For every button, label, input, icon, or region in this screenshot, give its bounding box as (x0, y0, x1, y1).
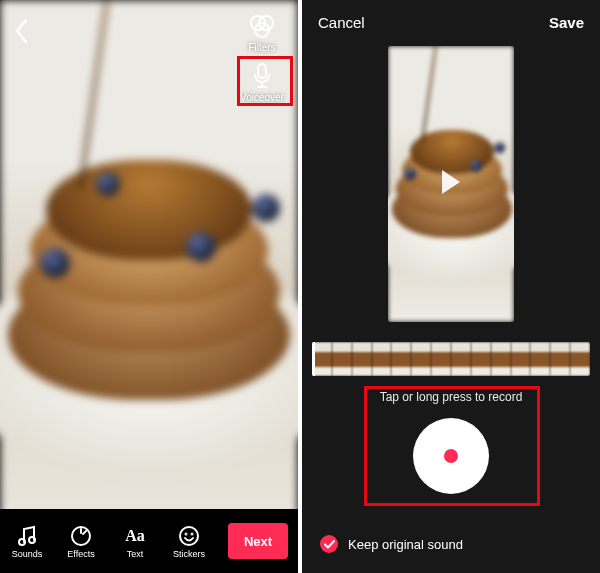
stickers-label: Stickers (162, 549, 216, 559)
cancel-button[interactable]: Cancel (318, 14, 365, 31)
stickers-button[interactable]: Stickers (162, 523, 216, 559)
svg-rect-3 (258, 64, 266, 78)
svg-point-5 (29, 537, 35, 543)
text-button[interactable]: Aa Text (108, 523, 162, 559)
top-bar: Filters Voiceover (0, 0, 298, 130)
chevron-left-icon (14, 18, 30, 44)
effects-icon (54, 523, 108, 549)
timeline-strip[interactable] (312, 342, 590, 376)
svg-point-7 (180, 527, 198, 545)
svg-point-4 (19, 539, 25, 545)
timeline-thumb (471, 342, 491, 376)
header: Cancel Save (302, 0, 600, 46)
timeline-thumb (372, 342, 392, 376)
text-icon: Aa (108, 523, 162, 549)
sounds-label: Sounds (0, 549, 54, 559)
keep-original-sound-label: Keep original sound (348, 537, 463, 552)
timeline-thumb (511, 342, 531, 376)
effects-label: Effects (54, 549, 108, 559)
edit-screen: Filters Voiceover Sounds Effects Aa Text (0, 0, 298, 573)
timeline-thumb (391, 342, 411, 376)
timeline-thumb (530, 342, 550, 376)
record-area: Tap or long press to record (302, 390, 600, 494)
svg-point-9 (192, 534, 193, 535)
timeline-thumb (570, 342, 590, 376)
timeline-thumb (431, 342, 451, 376)
timeline-thumb (411, 342, 431, 376)
checkmark-icon (320, 535, 338, 553)
video-preview-small[interactable] (388, 46, 514, 322)
timeline-thumb (451, 342, 471, 376)
stickers-icon (162, 523, 216, 549)
back-button[interactable] (14, 18, 30, 48)
record-dot-icon (444, 449, 458, 463)
effects-button[interactable]: Effects (54, 523, 108, 559)
timeline-playhead[interactable] (312, 342, 315, 376)
record-button[interactable] (413, 418, 489, 494)
timeline-thumb (332, 342, 352, 376)
keep-original-sound-toggle[interactable]: Keep original sound (320, 535, 463, 553)
filters-icon (234, 12, 290, 40)
save-button[interactable]: Save (549, 14, 584, 31)
svg-point-8 (186, 534, 187, 535)
voiceover-label: Voiceover (234, 92, 290, 103)
timeline-thumb (491, 342, 511, 376)
voiceover-button[interactable]: Voiceover (234, 62, 290, 103)
next-button[interactable]: Next (228, 523, 288, 559)
timeline-thumb (550, 342, 570, 376)
record-hint: Tap or long press to record (302, 390, 600, 404)
microphone-icon (234, 62, 290, 90)
sounds-button[interactable]: Sounds (0, 523, 54, 559)
play-icon (440, 169, 462, 199)
voiceover-screen: Cancel Save (302, 0, 600, 573)
text-label: Text (108, 549, 162, 559)
timeline-thumb (352, 342, 372, 376)
music-note-icon (0, 523, 54, 549)
filters-label: Filters (234, 42, 290, 53)
filters-button[interactable]: Filters (234, 12, 290, 53)
bottom-toolbar: Sounds Effects Aa Text Stickers Next (0, 509, 298, 573)
